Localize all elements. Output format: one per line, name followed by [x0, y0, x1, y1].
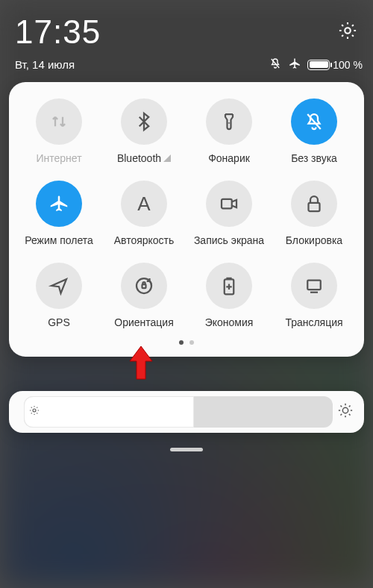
- tile-screenrec[interactable]: Запись экрана: [186, 181, 272, 246]
- mute-icon: [291, 98, 337, 145]
- tile-label: Режим полета: [25, 234, 93, 246]
- brightness-fill: [24, 396, 194, 428]
- brightness-low-icon: [28, 404, 40, 419]
- tile-label: Интернет: [36, 152, 81, 164]
- svg-rect-8: [307, 281, 321, 290]
- settings-gear-icon[interactable]: [337, 20, 358, 44]
- mobile-data-icon: [36, 98, 82, 145]
- tile-cast[interactable]: Трансляция: [272, 263, 357, 328]
- battery-saver-icon: [206, 263, 252, 309]
- tile-airplane[interactable]: Режим полета: [16, 181, 101, 246]
- airplane-status-icon: [288, 57, 301, 72]
- svg-rect-6: [142, 284, 146, 288]
- tile-label: GPS: [48, 316, 70, 328]
- svg-point-10: [33, 409, 36, 412]
- tile-label: Фонарик: [208, 152, 250, 164]
- tile-orientation[interactable]: Ориентация: [101, 263, 186, 328]
- svg-rect-4: [309, 203, 320, 211]
- auto-brightness-icon: A: [121, 181, 167, 227]
- cast-icon: [291, 263, 337, 309]
- quick-settings-panel: Интернет Bluetooth Фонарик Без звука Реж: [9, 82, 364, 357]
- tile-mute[interactable]: Без звука: [272, 98, 357, 164]
- tile-label: Bluetooth: [117, 152, 171, 164]
- tile-autobright[interactable]: A Автояркость: [101, 181, 186, 246]
- tile-gps[interactable]: GPS: [16, 263, 101, 328]
- flashlight-icon: [206, 98, 252, 145]
- tile-label: Без звука: [291, 152, 337, 164]
- annotation-arrow: [128, 345, 154, 381]
- svg-point-11: [342, 407, 348, 413]
- tile-label: Запись экрана: [194, 234, 264, 246]
- page-indicator: [16, 340, 357, 345]
- airplane-icon: [36, 181, 82, 227]
- brightness-slider[interactable]: [9, 391, 364, 433]
- signal-icon: [163, 154, 171, 162]
- tile-label: Экономия: [205, 316, 254, 328]
- status-date: Вт, 14 июля: [15, 58, 75, 71]
- tile-bluetooth[interactable]: Bluetooth: [101, 98, 186, 164]
- tile-label: Ориентация: [114, 316, 173, 328]
- orientation-lock-icon: [121, 263, 167, 309]
- tile-battery-saver[interactable]: Экономия: [186, 263, 272, 328]
- tile-label: Трансляция: [285, 316, 342, 328]
- tile-flashlight[interactable]: Фонарик: [186, 98, 272, 164]
- bluetooth-icon: [121, 98, 167, 145]
- status-icons: 100 %: [269, 57, 363, 72]
- tile-lock[interactable]: Блокировка: [272, 181, 357, 246]
- svg-point-0: [345, 28, 350, 33]
- battery-status: 100 %: [307, 59, 363, 71]
- gps-icon: [36, 263, 82, 309]
- screen-record-icon: [206, 181, 252, 227]
- tile-internet[interactable]: Интернет: [16, 98, 101, 164]
- tile-label: Блокировка: [286, 234, 342, 246]
- drag-handle[interactable]: [170, 448, 203, 451]
- tile-label: Автояркость: [114, 234, 175, 246]
- brightness-high-icon: [337, 402, 354, 422]
- svg-rect-3: [222, 199, 232, 209]
- lock-icon: [291, 181, 337, 227]
- mute-status-icon: [269, 57, 282, 72]
- clock: 17:35: [15, 13, 101, 51]
